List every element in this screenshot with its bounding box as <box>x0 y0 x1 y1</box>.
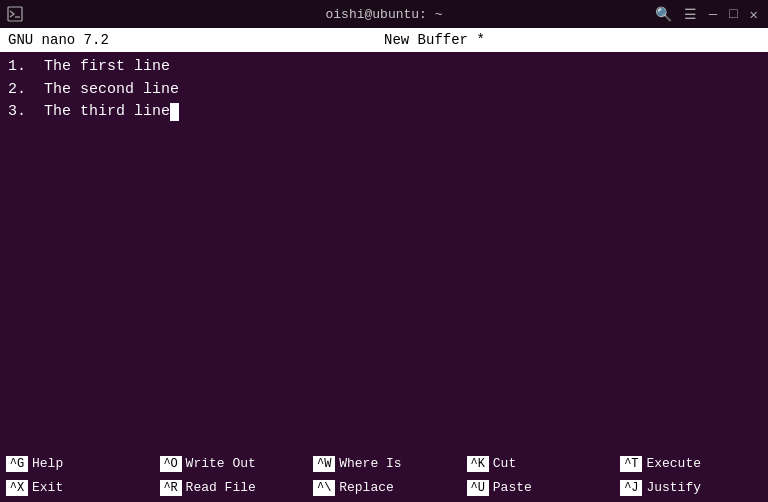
shortcut-col-4: ^K Cut ^U Paste <box>461 450 615 502</box>
key-ctrl-k: ^K <box>467 456 489 473</box>
shortcut-exit[interactable]: ^X Exit <box>0 479 154 498</box>
buffer-name: New Buffer * <box>384 32 485 48</box>
key-ctrl-r: ^R <box>160 480 182 497</box>
shortcut-col-3: ^W Where Is ^\ Replace <box>307 450 461 502</box>
editor-line-3: 3. The third line <box>8 101 760 124</box>
shortcut-read-file[interactable]: ^R Read File <box>154 479 308 498</box>
key-ctrl-backslash: ^\ <box>313 480 335 497</box>
editor-line-2: 2. The second line <box>8 79 760 102</box>
label-where-is: Where Is <box>339 456 401 471</box>
key-ctrl-w: ^W <box>313 456 335 473</box>
title-bar: oishi@ubuntu: ~ 🔍 ☰ — □ ✕ <box>0 0 768 28</box>
terminal-icon <box>6 5 24 23</box>
label-paste: Paste <box>493 480 532 495</box>
window-controls[interactable]: 🔍 ☰ — □ ✕ <box>651 6 762 23</box>
title-bar-left <box>6 5 24 23</box>
nano-info-bar: GNU nano 7.2 New Buffer * <box>0 28 768 52</box>
editor-area[interactable]: 1. The first line 2. The second line 3. … <box>0 52 768 450</box>
close-icon[interactable]: ✕ <box>746 6 762 23</box>
menu-icon[interactable]: ☰ <box>680 6 701 23</box>
shortcut-execute[interactable]: ^T Execute <box>614 455 768 474</box>
label-execute: Execute <box>646 456 701 471</box>
label-help: Help <box>32 456 63 471</box>
key-ctrl-g: ^G <box>6 456 28 473</box>
line-text-1: 1. The first line <box>8 56 170 79</box>
shortcut-col-5: ^T Execute ^J Justify <box>614 450 768 502</box>
shortcut-help[interactable]: ^G Help <box>0 455 154 474</box>
shortcut-write-out[interactable]: ^O Write Out <box>154 455 308 474</box>
shortcut-replace[interactable]: ^\ Replace <box>307 479 461 498</box>
key-ctrl-t: ^T <box>620 456 642 473</box>
text-cursor <box>170 103 179 121</box>
shortcut-cut[interactable]: ^K Cut <box>461 455 615 474</box>
search-icon[interactable]: 🔍 <box>651 6 676 23</box>
label-cut: Cut <box>493 456 516 471</box>
minimize-icon[interactable]: — <box>705 6 721 22</box>
shortcut-col-2: ^O Write Out ^R Read File <box>154 450 308 502</box>
nano-version: GNU nano 7.2 <box>8 32 109 48</box>
label-write-out: Write Out <box>186 456 256 471</box>
label-exit: Exit <box>32 480 63 495</box>
key-ctrl-u: ^U <box>467 480 489 497</box>
shortcut-justify[interactable]: ^J Justify <box>614 479 768 498</box>
label-justify: Justify <box>646 480 701 495</box>
key-ctrl-x: ^X <box>6 480 28 497</box>
shortcut-col-1: ^G Help ^X Exit <box>0 450 154 502</box>
shortcut-paste[interactable]: ^U Paste <box>461 479 615 498</box>
key-ctrl-j: ^J <box>620 480 642 497</box>
line-text-3: 3. The third line <box>8 101 170 124</box>
editor-line-1: 1. The first line <box>8 56 760 79</box>
label-read-file: Read File <box>186 480 256 495</box>
shortcut-bar: ^G Help ^X Exit ^O Write Out ^R Read Fil… <box>0 450 768 502</box>
label-replace: Replace <box>339 480 394 495</box>
shortcut-where-is[interactable]: ^W Where Is <box>307 455 461 474</box>
key-ctrl-o: ^O <box>160 456 182 473</box>
line-text-2: 2. The second line <box>8 79 179 102</box>
maximize-icon[interactable]: □ <box>725 6 741 22</box>
window-title: oishi@ubuntu: ~ <box>325 7 442 22</box>
